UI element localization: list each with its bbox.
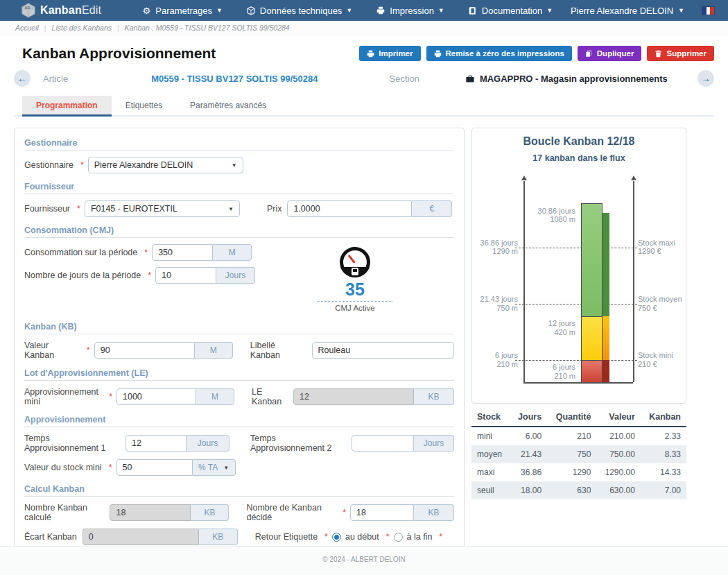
libelle-kanban-label: Libellé Kanban bbox=[250, 341, 306, 360]
breadcrumb-home[interactable]: Accueil bbox=[15, 24, 39, 32]
menu-documentation[interactable]: Documentation ▼ bbox=[468, 6, 553, 16]
chevron-down-icon: ▼ bbox=[438, 7, 444, 14]
threshold-right-label: Stock mini210 € bbox=[638, 351, 673, 368]
threshold-line-750 bbox=[515, 304, 637, 304]
conso-periode-unit: M bbox=[213, 244, 252, 261]
kanban-loop-chart: 6 jours210 mStock mini210 €21.43 jours75… bbox=[474, 169, 684, 397]
threshold-left-label: 36.86 jours1290 m bbox=[480, 239, 518, 256]
temps2-input[interactable] bbox=[352, 435, 414, 452]
printer-icon bbox=[376, 6, 385, 15]
delete-button[interactable]: Supprimer bbox=[647, 46, 714, 61]
flux-bar-segment-0 bbox=[602, 360, 609, 382]
navbar: AD KanbanEdit ⚙ Parametrages ▼ Données t… bbox=[0, 0, 728, 21]
required-asterisk: * bbox=[144, 248, 148, 257]
threshold-left-label: 21.43 jours750 m bbox=[480, 295, 518, 312]
radio-au-debut[interactable] bbox=[332, 533, 341, 542]
kanban-calcule-input bbox=[110, 504, 191, 521]
tab-parametres-avances[interactable]: Paramètres avancés bbox=[176, 96, 280, 115]
printer-icon bbox=[434, 50, 442, 58]
libelle-kanban-input[interactable] bbox=[312, 342, 454, 359]
flag-red-band bbox=[710, 7, 714, 15]
print-button[interactable]: Imprimer bbox=[359, 46, 420, 61]
tab-etiquettes[interactable]: Etiquettes bbox=[112, 96, 176, 115]
kanban-loop-chart-card: Boucle Kanban 12/18 17 kanban dans le fl… bbox=[471, 128, 686, 404]
menu-parametrages[interactable]: ⚙ Parametrages ▼ bbox=[141, 6, 223, 16]
next-record-button[interactable]: → bbox=[697, 70, 714, 87]
cmj-value: 35 bbox=[345, 280, 365, 300]
french-flag-icon[interactable] bbox=[702, 7, 714, 15]
radio-a-la-fin[interactable] bbox=[394, 533, 403, 542]
valeur-kanban-unit: M bbox=[195, 342, 233, 359]
segment-label-boucle-verte-zone: 30.86 jours1080 m bbox=[538, 207, 575, 224]
ecart-kanban-input bbox=[83, 529, 199, 545]
radio-a-la-fin-label: à la fin bbox=[407, 532, 433, 542]
required-asterisk: * bbox=[343, 508, 346, 517]
appro-mini-input[interactable] bbox=[116, 388, 196, 405]
temps1-input[interactable] bbox=[125, 435, 187, 452]
conso-jours-input[interactable] bbox=[155, 267, 216, 284]
cmj-gauge: 35 CMJ Active bbox=[317, 247, 393, 312]
fournisseur-select[interactable]: F0145 - EUROTEXTIL▼ bbox=[85, 200, 240, 217]
breadcrumb-separator: | bbox=[44, 24, 46, 32]
required-asterisk: * bbox=[439, 532, 442, 542]
kanban-form: Gestionnaire Gestionnaire* Pierre Alexan… bbox=[14, 128, 465, 575]
breadcrumb-kanban-list[interactable]: Liste des Kanbans bbox=[52, 24, 112, 32]
kanban-decide-input[interactable] bbox=[350, 504, 414, 521]
stock-col-header: Stock bbox=[471, 408, 510, 427]
tab-programmation[interactable]: Programmation bbox=[22, 96, 112, 117]
chevron-down-icon: ▼ bbox=[678, 7, 684, 14]
main-menu: ⚙ Parametrages ▼ Données techniques ▼ Im… bbox=[141, 6, 553, 16]
le-kanban-input bbox=[293, 388, 414, 405]
brand-cube-icon: AD bbox=[21, 3, 36, 18]
duplicate-button[interactable]: Dupliquer bbox=[578, 46, 642, 61]
dotted-divider bbox=[318, 301, 392, 302]
required-asterisk: * bbox=[77, 204, 80, 214]
section-heading-consommation: Consommation (CMJ) bbox=[24, 225, 454, 238]
axis-arrow-icon bbox=[521, 175, 527, 180]
axis-arrow-icon bbox=[631, 175, 636, 180]
book-icon bbox=[468, 6, 478, 15]
menu-impression[interactable]: Impression ▼ bbox=[376, 6, 444, 16]
record-navigation: ← Article M0559 - TISSU BV127 SOLTIS 99/… bbox=[14, 69, 714, 87]
stock-mini-unit-select[interactable]: % TA▼ bbox=[193, 459, 236, 476]
chevron-down-icon: ▼ bbox=[228, 206, 234, 212]
header-actions: Imprimer Remise à zéro des impressions D… bbox=[359, 46, 714, 61]
menu-donnees-techniques[interactable]: Données techniques ▼ bbox=[246, 6, 352, 16]
prix-label: Prix bbox=[267, 204, 282, 214]
main-bar-outline bbox=[581, 203, 603, 383]
stock-row-maxi: maxi36.8612901290.0014.33 bbox=[471, 463, 686, 481]
user-menu[interactable]: Pierre Alexandre DELOIN ▼ bbox=[571, 6, 684, 16]
app-title: KanbanEdit bbox=[40, 4, 101, 17]
fournisseur-label: Fournisseur bbox=[24, 204, 70, 214]
briefcase-icon bbox=[465, 74, 475, 83]
gestionnaire-select[interactable]: Pierre Alexandre DELOIN▼ bbox=[88, 157, 243, 173]
stock-row-seuil: seuil18.00630630.007.00 bbox=[471, 481, 686, 499]
reset-prints-button[interactable]: Remise à zéro des impressions bbox=[426, 46, 572, 61]
radio-au-debut-label: au début bbox=[345, 532, 379, 542]
copyright: © 2024 - ALBERT DELOIN bbox=[322, 556, 405, 563]
conso-periode-input[interactable] bbox=[152, 244, 213, 261]
conso-jours-label: Nombre de jours de la période bbox=[24, 271, 141, 280]
cmj-label: CMJ Active bbox=[335, 304, 375, 312]
flux-bar-segment-2 bbox=[602, 213, 609, 316]
breadcrumb-current: Kanban : M0559 - TISSU BV127 SOLTIS 99/5… bbox=[125, 24, 290, 32]
ecart-kanban-label: Écart Kanban bbox=[24, 532, 77, 542]
temps2-unit: Jours bbox=[414, 435, 454, 452]
prix-input[interactable] bbox=[287, 200, 412, 217]
arrow-left-icon: ← bbox=[17, 73, 27, 84]
svg-text:AD: AD bbox=[25, 6, 31, 10]
previous-record-button[interactable]: ← bbox=[14, 70, 31, 87]
threshold-left-label: 6 jours210 m bbox=[495, 351, 518, 368]
stock-mini-input[interactable] bbox=[116, 459, 193, 476]
valeur-kanban-input[interactable] bbox=[94, 342, 195, 359]
conso-jours-unit: Jours bbox=[216, 267, 255, 284]
breadcrumb: Accueil | Liste des Kanbans | Kanban : M… bbox=[0, 21, 728, 35]
app-logo[interactable]: AD KanbanEdit bbox=[21, 3, 101, 18]
chevron-down-icon: ▼ bbox=[546, 7, 553, 14]
appro-mini-label: Approvisionnement mini bbox=[24, 387, 102, 406]
gestionnaire-label: Gestionnaire bbox=[24, 160, 73, 170]
chevron-down-icon: ▼ bbox=[232, 162, 237, 169]
footer: © 2024 - ALBERT DELOIN bbox=[0, 546, 728, 575]
ecart-kanban-unit: KB bbox=[199, 529, 238, 545]
article-link[interactable]: M0559 - TISSU BV127 SOLTIS 99/50284 bbox=[151, 74, 318, 84]
